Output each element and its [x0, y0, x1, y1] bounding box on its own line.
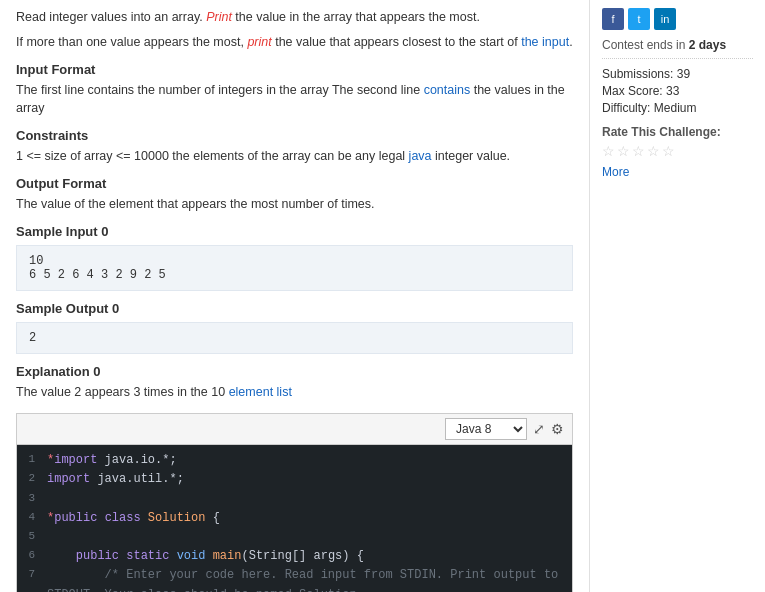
- contest-label: Contest ends in: [602, 38, 689, 52]
- twitter-button[interactable]: t: [628, 8, 650, 30]
- line-num-4: 4: [17, 509, 47, 528]
- output-format-title: Output Format: [16, 176, 573, 191]
- explanation-body: The value 2 appears 3 times in the 10 el…: [16, 383, 573, 402]
- input-format-body: The first line contains the number of in…: [16, 81, 573, 119]
- line-num-3: 3: [17, 490, 47, 509]
- import-kw-1: import: [54, 453, 97, 467]
- language-select[interactable]: Java 8 C++ Python 3: [445, 418, 527, 440]
- settings-icon[interactable]: ⚙: [551, 421, 564, 437]
- max-score-label: Max Score:: [602, 84, 666, 98]
- difficulty-label: Difficulty:: [602, 101, 654, 115]
- contest-days: 2 days: [689, 38, 726, 52]
- rate-title: Rate This Challenge:: [602, 125, 753, 139]
- code-line-3: 3: [17, 490, 572, 509]
- class-name: Solution: [148, 511, 206, 525]
- void-kw: void: [177, 549, 206, 563]
- sidebar: f t in Contest ends in 2 days Submission…: [590, 0, 765, 592]
- main-method: main: [213, 549, 242, 563]
- star-4[interactable]: ☆: [647, 143, 660, 159]
- line-num-2: 2: [17, 470, 47, 489]
- pub-kw-m: public: [76, 549, 119, 563]
- max-score-stat: Max Score: 33: [602, 84, 753, 98]
- explanation-title: Explanation 0: [16, 364, 573, 379]
- input-format-title: Input Format: [16, 62, 573, 77]
- line-content-5: [47, 528, 54, 547]
- static-kw: static: [126, 549, 169, 563]
- contest-info: Contest ends in 2 days: [602, 38, 753, 59]
- submissions-stat: Submissions: 39: [602, 67, 753, 81]
- submissions-value: 39: [677, 67, 690, 81]
- editor-toolbar: Java 8 C++ Python 3 ⤢ ⚙: [17, 414, 572, 445]
- submissions-label: Submissions:: [602, 67, 677, 81]
- code-line-6: 6 public static void main(String[] args)…: [17, 547, 572, 566]
- social-buttons: f t in: [602, 8, 753, 30]
- intro-text-line2: If more than one value appears the most,…: [16, 33, 573, 52]
- intro-text-line1: Read integer values into an array. Print…: [16, 8, 573, 27]
- constraints-title: Constraints: [16, 128, 573, 143]
- star-1[interactable]: ☆: [602, 143, 615, 159]
- code-line-2: 2 import java.util.*;: [17, 470, 572, 489]
- sample-input-label: Sample Input 0: [16, 224, 573, 239]
- facebook-button[interactable]: f: [602, 8, 624, 30]
- class-kw: class: [105, 511, 141, 525]
- line-num-7: 7: [17, 566, 47, 592]
- fullscreen-icon[interactable]: ⤢: [533, 421, 545, 437]
- constraints-body: 1 <= size of array <= 10000 the elements…: [16, 147, 573, 166]
- line-content-3: [47, 490, 54, 509]
- output-format-body: The value of the element that appears th…: [16, 195, 573, 214]
- import-kw-2: import: [47, 472, 90, 486]
- difficulty-stat: Difficulty: Medium: [602, 101, 753, 115]
- line-content-6: public static void main(String[] args) {: [47, 547, 364, 566]
- line-num-5: 5: [17, 528, 47, 547]
- star-rating[interactable]: ☆ ☆ ☆ ☆ ☆: [602, 143, 753, 159]
- code-editor: Java 8 C++ Python 3 ⤢ ⚙ 1 *import java.i…: [16, 413, 573, 592]
- star-2[interactable]: ☆: [617, 143, 630, 159]
- max-score-value: 33: [666, 84, 679, 98]
- sample-input-code: 106 5 2 6 4 3 2 9 2 5: [16, 245, 573, 291]
- line-num-6: 6: [17, 547, 47, 566]
- main-content: Read integer values into an array. Print…: [0, 0, 590, 592]
- comment-text: /* Enter your code here. Read input from…: [47, 568, 558, 592]
- sample-output-label: Sample Output 0: [16, 301, 573, 316]
- element-link: element list: [229, 385, 292, 399]
- editor-code-area[interactable]: 1 *import java.io.*; 2 import java.util.…: [17, 445, 572, 592]
- sample-output-code: 2: [16, 322, 573, 354]
- code-line-4: 4 *public class Solution {: [17, 509, 572, 528]
- java-link: java: [409, 149, 432, 163]
- print-highlight-1: Print: [206, 10, 232, 24]
- line-content-2: import java.util.*;: [47, 470, 184, 489]
- linkedin-button[interactable]: in: [654, 8, 676, 30]
- public-kw: public: [54, 511, 97, 525]
- input-link: the input: [521, 35, 569, 49]
- line-content-7: /* Enter your code here. Read input from…: [47, 566, 572, 592]
- code-line-1: 1 *import java.io.*;: [17, 451, 572, 470]
- more-link[interactable]: More: [602, 165, 629, 179]
- star-5[interactable]: ☆: [662, 143, 675, 159]
- line-content-4: *public class Solution {: [47, 509, 220, 528]
- star-3[interactable]: ☆: [632, 143, 645, 159]
- code-line-5: 5: [17, 528, 572, 547]
- print-highlight-2: print: [247, 35, 271, 49]
- line-content-1: *import java.io.*;: [47, 451, 177, 470]
- difficulty-value: Medium: [654, 101, 697, 115]
- code-line-7: 7 /* Enter your code here. Read input fr…: [17, 566, 572, 592]
- contains-link: contains: [424, 83, 471, 97]
- line-num-1: 1: [17, 451, 47, 470]
